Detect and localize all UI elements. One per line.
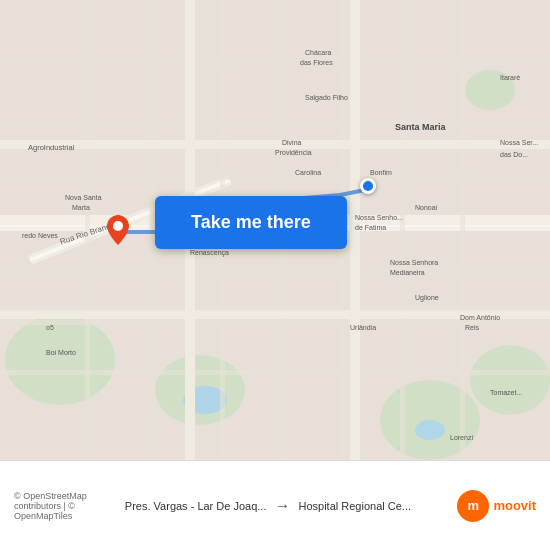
svg-text:Nonoai: Nonoai (415, 204, 438, 211)
svg-text:Boi Morto: Boi Morto (46, 349, 76, 356)
svg-text:Dom Antônio: Dom Antônio (460, 314, 500, 321)
svg-rect-24 (0, 370, 550, 375)
svg-text:Reis: Reis (465, 324, 480, 331)
take-me-there-button[interactable]: Take me there (155, 196, 347, 249)
svg-text:Marta: Marta (72, 204, 90, 211)
svg-rect-18 (460, 0, 465, 460)
route-info: Pres. Vargas - Lar De Joaq... → Hospital… (125, 497, 458, 515)
svg-text:Nossa Senhora: Nossa Senhora (390, 259, 438, 266)
svg-text:das Flores: das Flores (300, 59, 333, 66)
svg-point-61 (113, 221, 123, 231)
svg-text:Uglione: Uglione (415, 294, 439, 302)
attribution: © OpenStreetMap contributors | © OpenMap… (14, 491, 125, 521)
svg-text:Itararé: Itararé (500, 74, 520, 81)
svg-text:Carolina: Carolina (295, 169, 321, 176)
map-area: AgroIndustrial Nova Santa Marta Passo D'… (0, 0, 550, 460)
svg-rect-17 (400, 0, 405, 460)
svg-text:Tomazet...: Tomazet... (490, 389, 522, 396)
svg-text:Medianeira: Medianeira (390, 269, 425, 276)
svg-rect-22 (0, 270, 550, 275)
svg-text:das Do...: das Do... (500, 151, 528, 158)
right-arrow-icon: → (274, 497, 290, 515)
svg-text:o5: o5 (46, 324, 54, 331)
svg-text:Santa Maria: Santa Maria (395, 122, 447, 132)
svg-text:Providência: Providência (275, 149, 312, 156)
svg-rect-20 (0, 120, 550, 125)
svg-point-7 (415, 420, 445, 440)
svg-point-1 (5, 315, 115, 405)
origin-label: Pres. Vargas - Lar De Joaq... (125, 500, 267, 512)
svg-rect-21 (0, 175, 550, 180)
destination-label: Hospital Regional Ce... (298, 500, 411, 512)
moovit-logo: m moovit (457, 490, 536, 522)
svg-text:de Fatima: de Fatima (355, 224, 386, 231)
footer: © OpenStreetMap contributors | © OpenMap… (0, 460, 550, 550)
svg-rect-25 (0, 140, 550, 149)
svg-text:redo Neves: redo Neves (22, 232, 58, 239)
svg-text:Nossa Ser...: Nossa Ser... (500, 139, 538, 146)
svg-text:Lorenzi: Lorenzi (450, 434, 473, 441)
footer-left: © OpenStreetMap contributors | © OpenMap… (14, 491, 125, 521)
svg-text:Urlândia: Urlândia (350, 324, 376, 331)
origin-pin (107, 215, 129, 249)
moovit-label: moovit (493, 498, 536, 513)
svg-text:Salgado Filho: Salgado Filho (305, 94, 348, 102)
destination-pin (360, 178, 376, 194)
svg-text:Nova Santa: Nova Santa (65, 194, 102, 201)
svg-text:AgroIndustrial: AgroIndustrial (28, 143, 75, 152)
svg-point-4 (470, 345, 550, 415)
svg-text:Chácara: Chácara (305, 49, 332, 56)
svg-text:Renascença: Renascença (190, 249, 229, 257)
svg-text:Bonfim: Bonfim (370, 169, 392, 176)
svg-text:Divina: Divina (282, 139, 302, 146)
svg-text:Nossa Senho...: Nossa Senho... (355, 214, 403, 221)
svg-rect-19 (0, 60, 550, 65)
moovit-icon: m (457, 490, 489, 522)
